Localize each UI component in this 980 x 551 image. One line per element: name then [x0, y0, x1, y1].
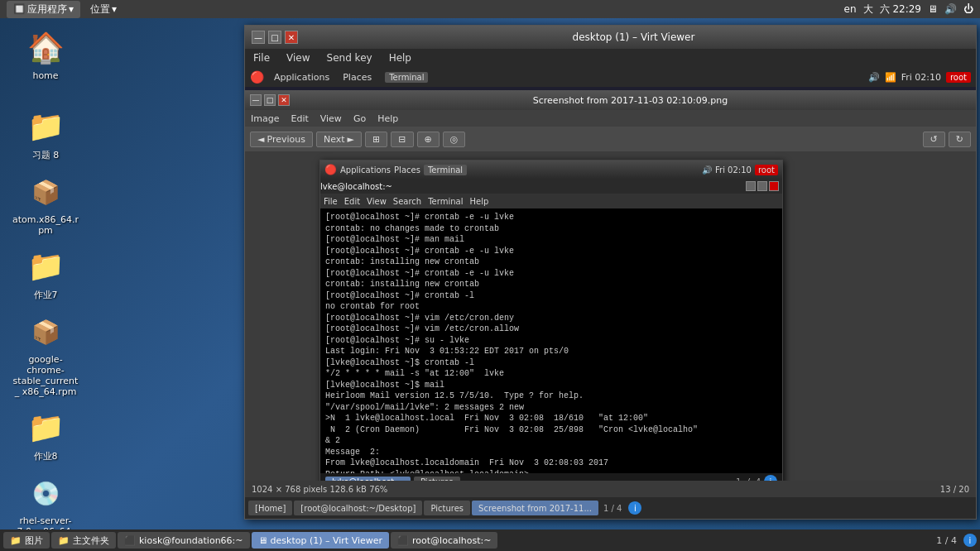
zoom-out-icon: ◎ [450, 134, 459, 145]
term-menu-file[interactable]: File [324, 197, 338, 206]
taskbar-home[interactable]: 📁 主文件夹 [51, 532, 116, 549]
zoom-original-button[interactable]: ⊟ [391, 132, 413, 147]
guest-task-desktop[interactable]: [root@localhost:~/Desktop] [294, 501, 422, 515]
bottom-info-icon: i [963, 534, 977, 547]
image-viewer-menubar: Image Edit View Go Help [245, 110, 976, 127]
guest-task-pictures-label: Pictures [430, 504, 464, 513]
term-menu-search[interactable]: Search [393, 197, 421, 206]
location-menu-button[interactable]: 位置 ▾ [84, 1, 123, 18]
terminal-window: 🔴 Applications Places Terminal 🔊 Fri 02:… [319, 160, 783, 481]
tab-pictures[interactable]: Pictures [414, 477, 460, 482]
guest-task-desktop-label: [root@localhost:~/Desktop] [300, 504, 416, 513]
taskbar-kiosk-terminal[interactable]: ⬛ kiosk@foundation66:~ [118, 532, 250, 549]
app-menu-label: 应用程序 [27, 2, 67, 17]
icon-homework8b[interactable]: 📁 作业8 [8, 405, 83, 466]
taskbar-pictures-icon: 📁 [10, 535, 22, 546]
rotate-ccw-button[interactable]: ↺ [923, 132, 945, 147]
terminal-menubar: File Edit View Search Terminal Help [320, 194, 782, 208]
close-button[interactable]: ✕ [285, 31, 298, 44]
menu-view[interactable]: View [283, 50, 313, 65]
iv-menu-image[interactable]: Image [248, 113, 281, 125]
rotate-cw-button[interactable]: ↻ [949, 132, 971, 147]
term-applications-menu[interactable]: Applications [340, 165, 391, 175]
iv-status-info: 1024 × 768 pixels 128.6 kB 76% [252, 485, 387, 494]
guest-task-screenshot[interactable]: Screenshot from 2017-11... [472, 501, 598, 515]
icon-chrome-label: google-chrome-stable_current_ x86_64.rpm [12, 354, 79, 397]
icon-atom[interactable]: 📦 atom.x86_64.rpm [8, 169, 83, 239]
next-arrow-icon: ► [348, 134, 354, 145]
term-maximize[interactable] [757, 181, 767, 191]
home-folder-icon: 🏠 [27, 31, 65, 65]
app-menu-button[interactable]: 🔲 应用程序 ▾ [7, 1, 80, 18]
volume-icon[interactable]: 🔊 [944, 3, 957, 15]
taskbar-virt-label: desktop (1) – Virt Viewer [271, 535, 383, 546]
iv-menu-view[interactable]: View [318, 113, 344, 125]
power-icon[interactable]: ⏻ [963, 3, 973, 15]
icon-homework7[interactable]: 📁 作业7 [8, 243, 83, 304]
term-menu-terminal[interactable]: Terminal [428, 197, 463, 206]
term-menu-help[interactable]: Help [469, 197, 488, 206]
guest-terminal-menu[interactable]: Terminal [382, 71, 431, 84]
taskbar-kiosk-icon: ⬛ [124, 535, 136, 546]
iv-menu-help[interactable]: Help [375, 113, 401, 125]
term-places-menu[interactable]: Places [394, 165, 420, 175]
taskbar-home-icon: 📁 [58, 535, 70, 546]
atom-rpm-icon: 📦 [31, 179, 60, 206]
tab-terminal[interactable]: lvke@localhost:~ [325, 477, 411, 482]
icon-chrome[interactable]: 📦 google-chrome-stable_current_ x86_64.r… [8, 309, 83, 400]
taskbar-root-terminal[interactable]: ⬛ root@localhost:~ [391, 532, 497, 549]
guest-task-home[interactable]: [Home] [248, 501, 292, 515]
guest-task-counter: 1 / 4 [600, 504, 625, 513]
virt-viewer-window: — □ ✕ desktop (1) – Virt Viewer File Vie… [244, 25, 977, 520]
previous-label: Previous [267, 134, 305, 145]
iv-minimize-button[interactable]: — [250, 94, 262, 106]
location-menu-label: 位置 [90, 2, 110, 17]
guest-task-pictures[interactable]: Pictures [424, 501, 470, 515]
desktop-icon-area: 🏠 home 📁 习题 8 📦 atom.x86_64.rpm 📁 作业7 📦 … [8, 25, 91, 551]
menu-file[interactable]: File [250, 50, 273, 65]
next-label: Next [324, 134, 345, 145]
taskbar-virt-viewer[interactable]: 🖥 desktop (1) – Virt Viewer [252, 532, 390, 549]
display-icon[interactable]: 🖥 [928, 3, 938, 15]
app-menu-arrow: ▾ [69, 3, 74, 15]
term-menu-edit[interactable]: Edit [344, 197, 360, 206]
zoom-out-button[interactable]: ◎ [443, 132, 466, 147]
guest-user: root [946, 72, 971, 83]
language-indicator[interactable]: en [844, 3, 857, 15]
zoom-fit-button[interactable]: ⊞ [365, 132, 387, 147]
term-minimize[interactable] [746, 181, 756, 191]
next-button[interactable]: Next ► [316, 132, 362, 147]
taskbar-root-icon: ⬛ [397, 535, 409, 546]
menu-send-key[interactable]: Send key [324, 50, 376, 65]
guest-places-menu[interactable]: Places [339, 71, 375, 84]
homework8b-folder-icon: 📁 [27, 410, 65, 445]
minimize-button[interactable]: — [252, 31, 265, 44]
terminal-titlebar: 🔴 Applications Places Terminal 🔊 Fri 02:… [320, 161, 782, 179]
image-viewer-titlebar: — □ ✕ Screenshot from 2017-11-03 02:10:0… [245, 90, 976, 110]
term-close[interactable] [769, 181, 779, 191]
icon-homework8[interactable]: 📁 习题 8 [8, 103, 83, 165]
guest-task-home-label: [Home] [255, 504, 286, 513]
maximize-button[interactable]: □ [268, 31, 281, 44]
icon-atom-label: atom.x86_64.rpm [12, 214, 79, 236]
guest-task-screenshot-label: Screenshot from 2017-11... [478, 504, 592, 513]
iv-maximize-button[interactable]: □ [264, 94, 276, 106]
iv-close-button[interactable]: ✕ [278, 94, 290, 106]
iv-menu-go[interactable]: Go [351, 113, 368, 125]
rhel-iso-icon: 💿 [31, 480, 60, 507]
term-clock: Fri 02:10 [715, 165, 752, 175]
previous-button[interactable]: ◄ Previous [250, 132, 313, 147]
guest-applications-menu[interactable]: Applications [271, 71, 333, 84]
taskbar-pictures[interactable]: 📁 图片 [3, 532, 50, 549]
guest-top-bar: 🔴 Applications Places Terminal 🔊 📶 Fri 0… [245, 67, 976, 87]
zoom-in-button[interactable]: ⊕ [417, 132, 440, 147]
icon-home[interactable]: 🏠 home [8, 25, 83, 99]
zoom-fit-icon: ⊞ [372, 134, 380, 145]
menu-help[interactable]: Help [386, 50, 415, 65]
homework7-folder-icon: 📁 [27, 249, 65, 284]
desktop: 🔲 应用程序 ▾ 位置 ▾ en 大 六 22:29 🖥 🔊 ⏻ 🏠 home … [0, 0, 980, 551]
terminal-tab-bar: lvke@localhost:~ Pictures 1 / 4 i [320, 473, 782, 481]
term-menu-view[interactable]: View [367, 197, 387, 206]
bottom-counter: 1 / 4 [931, 535, 962, 546]
iv-menu-edit[interactable]: Edit [288, 113, 310, 125]
